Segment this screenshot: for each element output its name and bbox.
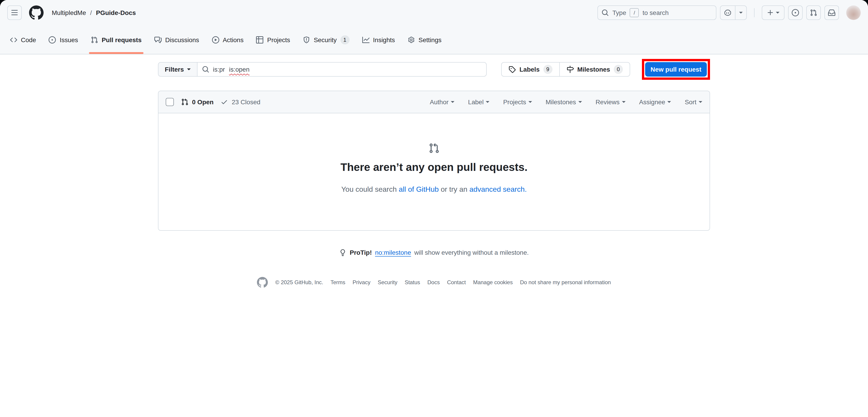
issues-global-button[interactable] xyxy=(788,5,803,20)
chevron-down-icon xyxy=(486,101,490,105)
header-divider xyxy=(754,8,754,17)
breadcrumb-separator: / xyxy=(90,9,92,16)
query-term-misspelled: is:open xyxy=(229,66,249,73)
search-placeholder-prefix: Type xyxy=(612,9,626,16)
notifications-inbox-button[interactable] xyxy=(825,5,839,20)
assignee-filter-dropdown[interactable]: Assignee xyxy=(639,98,671,106)
create-new-button[interactable] xyxy=(762,5,784,20)
all-of-github-link[interactable]: all of GitHub xyxy=(399,185,439,193)
tab-security[interactable]: Security 1 xyxy=(297,25,356,54)
tab-settings[interactable]: Settings xyxy=(401,25,448,54)
tag-icon xyxy=(509,66,516,73)
github-logo[interactable] xyxy=(29,5,43,20)
chevron-down-icon xyxy=(578,101,582,105)
labels-button[interactable]: Labels 9 xyxy=(502,63,559,76)
check-icon xyxy=(221,98,228,106)
footer-link-terms[interactable]: Terms xyxy=(331,279,345,285)
graph-icon xyxy=(362,36,369,43)
filters-dropdown-button[interactable]: Filters xyxy=(158,63,197,76)
footer-link-status[interactable]: Status xyxy=(405,279,420,285)
shield-icon xyxy=(303,36,310,43)
issue-opened-icon xyxy=(49,36,56,43)
tab-actions[interactable]: Actions xyxy=(206,25,250,54)
footer-link-contact[interactable]: Contact xyxy=(447,279,466,285)
github-page: MultipledMe / PGuide-Docs Type / to sear… xyxy=(0,0,868,417)
sort-filter-dropdown[interactable]: Sort xyxy=(685,98,702,106)
pr-list-panel: 0 Open 23 Closed Author Label xyxy=(158,91,710,231)
select-all-checkbox[interactable] xyxy=(166,98,174,106)
pr-list-header: 0 Open 23 Closed Author Label xyxy=(158,91,710,113)
protip-label: ProTip! xyxy=(350,249,372,256)
reviews-filter-dropdown[interactable]: Reviews xyxy=(596,98,626,106)
copilot-button[interactable] xyxy=(720,6,735,20)
search-icon xyxy=(202,66,209,73)
global-nav-row: MultipledMe / PGuide-Docs Type / to sear… xyxy=(0,0,868,25)
author-filter-dropdown[interactable]: Author xyxy=(430,98,455,106)
new-pull-request-button[interactable]: New pull request xyxy=(645,62,707,77)
label-filter-dropdown[interactable]: Label xyxy=(468,98,490,106)
copyright-text: © 2025 GitHub, Inc. xyxy=(275,279,323,285)
main-content: Filters is:pr is:open Labels xyxy=(0,55,868,310)
empty-state-subtitle: You could search all of GitHub or try an… xyxy=(341,185,527,194)
footer-link-manage-cookies[interactable]: Manage cookies xyxy=(473,279,513,285)
git-pull-request-icon xyxy=(429,143,439,153)
light-bulb-icon xyxy=(339,249,347,256)
comment-discussion-icon xyxy=(154,36,162,43)
hamburger-menu-button[interactable] xyxy=(7,5,22,20)
closed-filter-link[interactable]: 23 Closed xyxy=(221,98,260,106)
issue-search-bar: Filters is:pr is:open xyxy=(158,62,487,77)
chevron-down-icon xyxy=(622,101,625,105)
empty-state: There aren’t any open pull requests. You… xyxy=(158,113,710,230)
pr-toolbar: Filters is:pr is:open Labels xyxy=(158,59,710,80)
advanced-search-link[interactable]: advanced search xyxy=(469,185,525,193)
projects-filter-dropdown[interactable]: Projects xyxy=(503,98,532,106)
site-footer: © 2025 GitHub, Inc. Terms Privacy Securi… xyxy=(0,277,868,310)
issue-opened-icon xyxy=(792,9,799,16)
labels-count-badge: 9 xyxy=(543,65,552,74)
no-milestone-link[interactable]: no:milestone xyxy=(375,249,411,256)
github-mark-icon xyxy=(257,277,268,288)
security-count-badge: 1 xyxy=(340,35,349,44)
chevron-down-icon xyxy=(187,68,191,72)
tab-insights[interactable]: Insights xyxy=(356,25,401,54)
labels-milestones-group: Labels 9 Milestones 0 xyxy=(501,62,630,77)
tab-discussions[interactable]: Discussions xyxy=(148,25,206,54)
global-search-input[interactable]: Type / to search xyxy=(597,5,716,20)
play-circle-icon xyxy=(212,36,219,43)
chevron-down-icon xyxy=(451,101,455,105)
footer-link-privacy[interactable]: Privacy xyxy=(352,279,370,285)
pull-requests-global-button[interactable] xyxy=(806,5,821,20)
footer-link-security[interactable]: Security xyxy=(378,279,398,285)
empty-state-title: There aren’t any open pull requests. xyxy=(340,161,528,173)
milestones-count-badge: 0 xyxy=(614,65,623,74)
chevron-down-icon xyxy=(528,101,532,105)
chevron-down-icon xyxy=(739,12,743,15)
chevron-down-icon xyxy=(699,101,702,105)
chevron-down-icon xyxy=(668,101,671,105)
tab-pull-requests[interactable]: Pull requests xyxy=(85,25,148,54)
footer-link-docs[interactable]: Docs xyxy=(427,279,440,285)
gear-icon xyxy=(408,36,415,43)
tab-issues[interactable]: Issues xyxy=(42,25,85,54)
breadcrumb-owner[interactable]: MultipledMe xyxy=(52,9,86,16)
query-term: is:pr xyxy=(213,66,225,73)
github-mark-icon xyxy=(29,5,43,20)
milestones-filter-dropdown[interactable]: Milestones xyxy=(546,98,582,106)
footer-github-logo[interactable] xyxy=(257,277,268,288)
list-filter-dropdowns: Author Label Projects Milestones xyxy=(430,98,702,106)
issue-search-input[interactable]: is:pr is:open xyxy=(197,63,486,76)
slash-key-hint: / xyxy=(630,8,639,17)
tab-projects[interactable]: Projects xyxy=(250,25,297,54)
footer-link-do-not-share[interactable]: Do not share my personal information xyxy=(520,279,611,285)
active-tab-underline xyxy=(89,52,144,54)
plus-icon xyxy=(767,9,774,16)
copilot-dropdown-button[interactable] xyxy=(736,6,746,20)
breadcrumb-repo[interactable]: PGuide-Docs xyxy=(96,9,136,16)
milestones-button[interactable]: Milestones 0 xyxy=(559,63,630,76)
chevron-down-icon xyxy=(776,12,779,15)
user-avatar[interactable] xyxy=(846,5,861,20)
search-placeholder-suffix: to search xyxy=(643,9,669,16)
milestone-icon xyxy=(566,66,574,73)
tab-code[interactable]: Code xyxy=(4,25,42,54)
open-filter-link[interactable]: 0 Open xyxy=(181,98,214,106)
